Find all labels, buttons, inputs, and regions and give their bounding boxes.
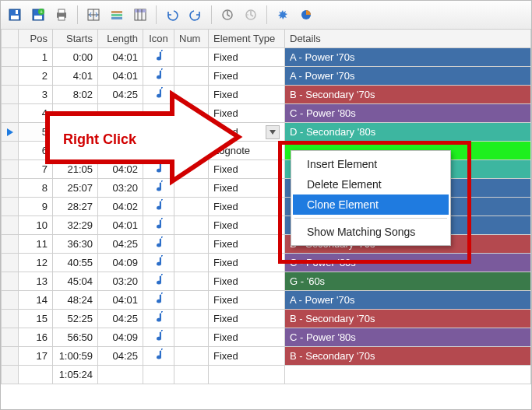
cell-details[interactable]: C - Power '80s [285,104,531,123]
cell-element-type[interactable]: Fixed [209,254,285,272]
cell-element-type[interactable]: Fixed [209,86,285,104]
cell-icon[interactable] [143,142,174,160]
table-row[interactable]: 5FixedD - Secondary '80s [2,123,531,142]
menu-item-show-matching-songs[interactable]: Show Matching Songs [293,222,449,242]
dropdown-button[interactable] [266,125,280,139]
cell-length[interactable]: 04:01 [98,216,143,235]
col-icon[interactable]: Icon [143,30,174,48]
context-menu[interactable]: Insert ElementDelete ElementClone Elemen… [291,150,451,246]
sync-button[interactable] [240,4,262,26]
cell-starts[interactable]: 28:27 [53,198,98,216]
col-num[interactable]: Num [174,30,209,48]
cell-details[interactable]: G - '60s [285,272,531,291]
cell-num[interactable] [174,328,209,347]
cell-icon[interactable] [143,310,174,328]
cell-length[interactable]: 03:20 [98,272,143,291]
col-starts[interactable]: Starts [53,30,98,48]
cell-icon[interactable] [143,272,174,291]
cell-icon[interactable] [143,328,174,347]
cell-element-type[interactable]: Fixed [209,179,285,198]
cell-pos[interactable]: 5 [19,123,53,142]
redo-button[interactable] [185,4,206,26]
cell-pos[interactable]: 17 [19,347,53,366]
cell-num[interactable] [174,254,209,272]
cell-icon[interactable] [143,86,174,104]
cell-pos[interactable]: 4 [19,104,53,123]
cell-details[interactable]: C - Power '80s [285,254,531,272]
table-row[interactable]: 1345:0403:20FixedG - '60s [2,272,531,291]
refresh-button[interactable] [217,4,238,26]
cell-element-type[interactable]: Fixed [209,291,285,310]
cell-element-type[interactable]: Fixed [209,160,285,179]
cell-starts[interactable]: 25:07 [53,179,98,198]
table-row[interactable]: 721:0504:02Fixed [2,160,531,179]
cell-pos[interactable]: 13 [19,272,53,291]
cell-pos[interactable]: 6 [19,142,53,160]
cell-starts[interactable]: 21:05 [53,160,98,179]
clock-grid[interactable]: Pos Starts Length Icon Num Element Type … [1,29,531,409]
cell-pos[interactable]: 7 [19,160,53,179]
cell-icon[interactable] [143,48,174,67]
print-button[interactable] [51,4,72,26]
cell-pos[interactable]: 14 [19,291,53,310]
cell-icon[interactable] [143,254,174,272]
chart-pie-button[interactable] [295,4,317,26]
table-row[interactable]: 171:00:5904:25FixedB - Secondary '70s [2,347,531,366]
row-props-button[interactable] [106,4,128,26]
cell-num[interactable] [174,179,209,198]
cell-length[interactable]: 04:01 [98,48,143,67]
cell-length[interactable]: 04:02 [98,198,143,216]
cell-element-type[interactable]: Fixed [209,48,285,67]
cell-icon[interactable] [143,235,174,254]
cell-element-type[interactable]: Fixed [209,67,285,86]
cell-starts[interactable] [53,104,98,123]
cell-details[interactable]: B - Secondary '70s [285,347,531,366]
table-row[interactable]: 4FixedC - Power '80s [2,104,531,123]
cell-length[interactable] [98,123,143,142]
save-as-button[interactable]: + [27,4,49,26]
menu-item-insert-element[interactable]: Insert Element [293,154,449,174]
cell-element-type[interactable]: Fixed [209,123,285,142]
menu-item-clone-element[interactable]: Clone Element [293,194,449,215]
cell-pos[interactable]: 11 [19,235,53,254]
col-details[interactable]: Details [285,30,531,48]
table-row[interactable]: 928:2704:02Fixed [2,198,531,216]
table-row[interactable]: 825:0703:20Fixed [2,179,531,198]
cell-element-type[interactable]: Fixed [209,347,285,366]
cell-length[interactable]: 04:25 [98,310,143,328]
table-row[interactable]: 1136:3004:25FixedB - Secondary '70s [2,235,531,254]
cell-details[interactable]: D - Secondary '80s [285,123,531,142]
cell-details[interactable]: C - Power '80s [285,328,531,347]
cell-starts[interactable]: 1:00:59 [53,347,98,366]
table-row[interactable]: 10:0004:01FixedA - Power '70s [2,48,531,67]
cell-element-type[interactable]: Fixed [209,104,285,123]
cell-length[interactable] [98,366,143,384]
cell-pos[interactable]: 8 [19,179,53,198]
cell-pos[interactable]: 2 [19,67,53,86]
cell-num[interactable] [174,48,209,67]
cell-num[interactable] [174,67,209,86]
cell-length[interactable] [98,104,143,123]
table-row[interactable]: 1032:2904:01Fixed [2,216,531,235]
cell-num[interactable] [174,216,209,235]
table-row[interactable]: 1:05:24 [2,366,531,384]
cell-num[interactable] [174,272,209,291]
cell-element-type[interactable]: Lognote [209,142,285,160]
table-row[interactable]: 24:0104:01FixedA - Power '70s [2,67,531,86]
cell-num[interactable] [174,310,209,328]
cell-num[interactable] [174,347,209,366]
cell-icon[interactable] [143,216,174,235]
cell-num[interactable] [174,160,209,179]
cell-element-type[interactable]: Fixed [209,310,285,328]
cell-pos[interactable]: 9 [19,198,53,216]
cell-details[interactable]: A - Power '70s [285,67,531,86]
cell-icon[interactable] [143,198,174,216]
col-pos[interactable]: Pos [19,30,53,48]
grid-split-button[interactable] [83,4,104,26]
cell-length[interactable]: 03:20 [98,179,143,198]
cell-num[interactable] [174,86,209,104]
table-row[interactable]: 38:0204:25FixedB - Secondary '70s [2,86,531,104]
cell-icon[interactable] [143,67,174,86]
cell-details[interactable]: A - Power '70s [285,48,531,67]
column-props-button[interactable] [129,4,151,26]
